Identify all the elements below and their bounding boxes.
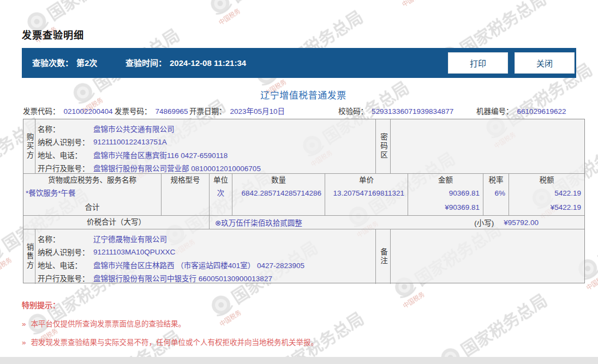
- seller-bank-value: 盘锦银行股份有限公司中银支行 660050130900013827: [93, 272, 272, 283]
- seller-address-value: 盘锦市兴隆台区庄林路西 （市客运站四楼401室） 0427-2823905: [93, 259, 304, 270]
- sum-row: 价税合计（大写） ⊗玖万伍仟柒佰玖拾贰圆整 (小写) ¥95792.00: [23, 216, 584, 229]
- notice-title: 特别提示：: [22, 299, 318, 310]
- notice-item-2-text: 若发现发票查验结果与实际交易不符，任何单位或个人有权拒收并向当地税务机关举报。: [31, 338, 319, 347]
- buyer-taxid-value: 91211100122413751A: [93, 138, 167, 146]
- buyer-taxid-label: 纳税人识别号：: [37, 136, 93, 147]
- buyer-side-label: 购买方: [24, 133, 35, 160]
- invoice-number-value: 74869965: [156, 107, 188, 116]
- cell-unit: 次: [210, 186, 232, 201]
- invoice-table: 购买方 名称： 盘锦市公共交通有限公司 纳税人识别号： 912111001224…: [23, 119, 585, 283]
- total-unit-empty: [210, 201, 232, 215]
- header-spec: 规格型号: [162, 174, 209, 186]
- print-button[interactable]: 打印: [448, 52, 508, 74]
- total-amount: ¥90369.81: [408, 201, 483, 215]
- col-tax-amount: 税额 5422.19 ¥5422.19: [509, 174, 584, 215]
- header-tax-amount: 税额: [509, 174, 584, 186]
- header-unit-price: 单价: [325, 174, 408, 186]
- buyer-section: 购买方 名称： 盘锦市公共交通有限公司 纳税人识别号： 912111001224…: [23, 119, 584, 174]
- cell-amount: 90369.81: [408, 186, 483, 201]
- seller-name-row: 名称： 辽宁德晟物业有限公司: [37, 232, 375, 245]
- buyer-fields: 名称： 盘锦市公共交通有限公司 纳税人识别号： 9121110012241375…: [35, 119, 376, 173]
- invoice-code-label: 发票代码：: [23, 107, 60, 116]
- col-quantity: 数量 6842.285714285714286: [232, 174, 325, 215]
- sum-label: 价税合计（大写）: [23, 216, 210, 229]
- notice-item-1: »本平台仅提供所查询发票票面信息的查验结果。: [22, 318, 318, 329]
- page-title: 发票查验明细: [22, 27, 84, 41]
- notice-item-2: »若发现发票查验结果与实际交易不符，任何单位或个人有权拒收并向当地税务机关举报。: [22, 336, 318, 347]
- seller-address-label: 地址、电话：: [37, 259, 93, 270]
- special-notice: 特别提示： »本平台仅提供所查询发票票面信息的查验结果。 »若发现发票查验结果与…: [22, 299, 318, 355]
- seller-bank-label: 开户行及账号：: [37, 272, 93, 283]
- seller-address-row: 地址、电话： 盘锦市兴隆台区庄林路西 （市客运站四楼401室） 0427-282…: [37, 258, 375, 271]
- col-tax-rate: 税率 6%: [483, 174, 509, 215]
- checksum-value: 52931336071939834877: [372, 107, 453, 116]
- remark-label: 备注: [378, 248, 388, 266]
- header-amount: 金额: [408, 174, 483, 186]
- buyer-name-row: 名称： 盘锦市公共交通有限公司: [37, 122, 375, 135]
- buyer-bank-value: 盘锦银行股份有限公司营业部 08100012010006705: [93, 162, 261, 173]
- notice-item-1-text: 本平台仅提供所查询发票票面信息的查验结果。: [31, 320, 186, 328]
- col-unit-price: 单价 13.207547169811321: [325, 174, 408, 215]
- total-price-empty: [325, 201, 408, 215]
- cell-quantity: 6842.285714285714286: [232, 186, 325, 201]
- check-time-label: 查验时间：: [125, 58, 166, 68]
- buyer-bank-label: 开户行及账号：: [37, 162, 93, 173]
- cell-tax-amount: 5422.19: [509, 186, 584, 201]
- check-count-label: 查验次数：: [32, 58, 73, 68]
- header-item-name: 货物或应税劳务、服务名称: [23, 174, 161, 186]
- sum-body: ⊗玖万伍仟柒佰玖拾贰圆整 (小写) ¥95792.00: [210, 216, 584, 229]
- total-rate-empty: [483, 201, 509, 215]
- invoice-title: 辽宁增值税普通发票: [22, 88, 585, 101]
- close-button[interactable]: 关闭: [515, 52, 575, 74]
- total-quantity-empty: [232, 201, 325, 215]
- machine-number-value: 661029619622: [517, 107, 566, 116]
- buyer-address-row: 地址、电话： 盘锦市兴隆台区惠宾街116 0427-6590118: [37, 148, 375, 161]
- sum-in-words: ⊗玖万伍仟柒佰玖拾贰圆整: [215, 217, 474, 228]
- remark-label-cell: 备注: [376, 229, 391, 284]
- remark-area: [391, 229, 584, 284]
- invoice-code-value: 021002200404: [64, 107, 113, 116]
- check-count-value: 第2次: [76, 58, 97, 68]
- col-amount: 金额 90369.81 ¥90369.81: [408, 174, 483, 215]
- buyer-taxid-row: 纳税人识别号： 91211100122413751A: [37, 135, 375, 148]
- total-label: 合计: [23, 201, 161, 215]
- col-item-name: 货物或应税劳务、服务名称 *餐饮服务*午餐 合计: [23, 174, 162, 215]
- seller-section: 销售方 名称： 辽宁德晟物业有限公司 纳税人识别号： 91211103MA10Q…: [23, 229, 584, 284]
- invoice-date-value: 2023年05月10日: [230, 107, 285, 116]
- cell-item-name: *餐饮服务*午餐: [23, 186, 161, 201]
- seller-name-value: 辽宁德晟物业有限公司: [93, 233, 167, 244]
- buyer-name-value: 盘锦市公共交通有限公司: [93, 123, 175, 134]
- machine-number-label: 机器编号：: [476, 107, 513, 116]
- header-quantity: 数量: [232, 174, 325, 186]
- sum-small-value: ¥95792.00: [504, 219, 539, 227]
- header-unit: 单位: [210, 174, 232, 186]
- bullet-icon: »: [22, 320, 26, 328]
- invoice-date-label: 开票日期：: [189, 107, 226, 116]
- check-time: 查验时间：2024-12-08 11:21:34: [125, 48, 246, 78]
- footer-bar: [0, 357, 598, 364]
- header-bar: 查验次数：第2次 查验时间：2024-12-08 11:21:34 打印 关闭: [22, 48, 576, 78]
- cell-spec: [162, 186, 209, 201]
- total-tax: ¥5422.19: [509, 201, 584, 215]
- bullet-icon: »: [22, 338, 26, 347]
- buyer-side-label-cell: 购买方: [23, 119, 35, 173]
- seller-taxid-value: 91211103MA10QPUXXC: [93, 248, 175, 256]
- seller-bank-row: 开户行及账号： 盘锦银行股份有限公司中银支行 66005013090001382…: [37, 271, 375, 284]
- seller-taxid-row: 纳税人识别号： 91211103MA10QPUXXC: [37, 245, 375, 258]
- check-count: 查验次数：第2次: [32, 48, 97, 78]
- buyer-address-value: 盘锦市兴隆台区惠宾街116 0427-6590118: [93, 149, 228, 160]
- seller-taxid-label: 纳税人识别号：: [37, 246, 93, 257]
- password-area-label-cell: 密码区: [376, 119, 391, 173]
- sum-small-label: (小写): [474, 217, 494, 228]
- cell-unit-price: 13.207547169811321: [325, 186, 408, 201]
- col-unit: 单位 次: [210, 174, 232, 215]
- seller-name-label: 名称：: [37, 233, 93, 244]
- seller-side-label: 销售方: [24, 243, 35, 270]
- password-area-label: 密码区: [378, 133, 388, 160]
- invoice-meta: 发票代码：021002200404 发票号码：74869965 开票日期：202…: [22, 105, 585, 116]
- invoice-number-label: 发票号码：: [115, 107, 152, 116]
- buyer-name-label: 名称：: [37, 123, 93, 134]
- seller-fields: 名称： 辽宁德晟物业有限公司 纳税人识别号： 91211103MA10QPUXX…: [35, 229, 376, 284]
- check-time-value: 2024-12-08 11:21:34: [170, 58, 246, 68]
- buyer-address-label: 地址、电话：: [37, 149, 93, 160]
